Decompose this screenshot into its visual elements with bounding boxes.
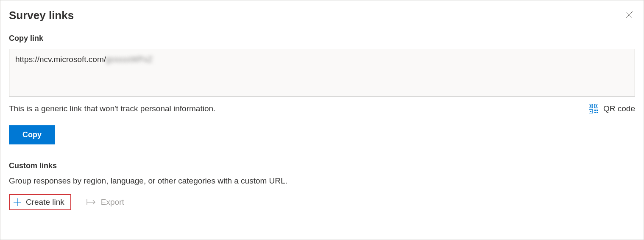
svg-rect-7	[590, 111, 591, 112]
export-label: Export	[101, 198, 124, 207]
close-button[interactable]	[623, 9, 635, 22]
svg-rect-11	[597, 112, 598, 113]
qr-code-label: QR code	[603, 104, 635, 113]
survey-link-input[interactable]: https://ncv.microsoft.com/gvxxxxWPxZ	[9, 49, 635, 96]
svg-rect-3	[590, 105, 591, 107]
custom-links-actions: Create link Export	[9, 194, 635, 210]
survey-links-panel: Survey links Copy link https://ncv.micro…	[0, 0, 644, 240]
link-url-suffix-blurred: gvxxxxWPxZ	[106, 55, 153, 64]
svg-rect-10	[594, 112, 596, 113]
generic-link-info: This is a generic link that won't track …	[9, 104, 215, 113]
custom-links-description: Group responses by region, language, or …	[9, 176, 635, 186]
create-link-label: Create link	[26, 198, 64, 207]
export-icon	[86, 198, 96, 206]
svg-rect-9	[597, 110, 598, 111]
header-row: Survey links	[9, 9, 635, 22]
svg-rect-5	[596, 105, 597, 107]
close-icon	[625, 11, 633, 20]
export-button[interactable]: Export	[86, 198, 124, 207]
copy-link-label: Copy link	[9, 34, 635, 43]
qr-code-button[interactable]: QR code	[589, 104, 635, 113]
custom-links-label: Custom links	[9, 161, 635, 170]
info-row: This is a generic link that won't track …	[9, 104, 635, 113]
link-url-prefix: https://ncv.microsoft.com/	[15, 55, 106, 64]
plus-icon	[13, 198, 22, 206]
panel-title: Survey links	[9, 9, 74, 22]
create-link-button[interactable]: Create link	[9, 194, 71, 210]
svg-rect-8	[594, 110, 596, 111]
copy-button[interactable]: Copy	[9, 125, 55, 144]
qr-code-icon	[589, 104, 598, 113]
